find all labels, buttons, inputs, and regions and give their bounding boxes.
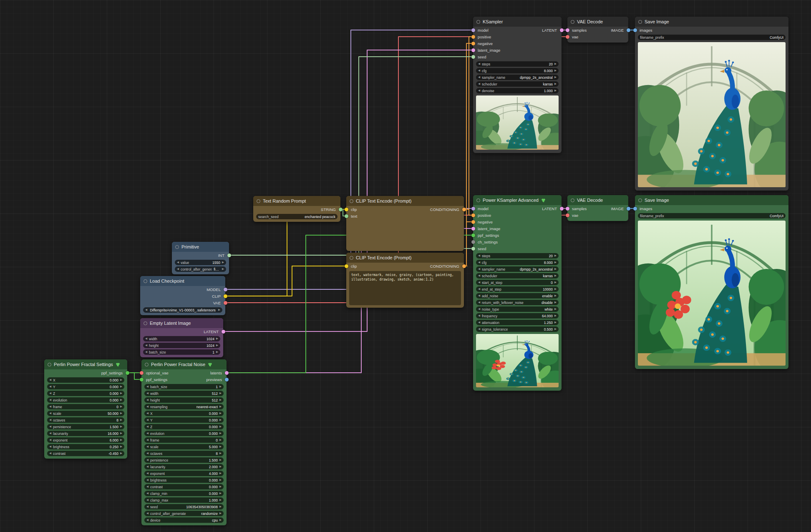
collapse-dot[interactable]: [571, 198, 574, 202]
increment-arrow[interactable]: ▶: [219, 492, 222, 495]
decrement-arrow[interactable]: ◀: [478, 254, 480, 257]
input-port-samples[interactable]: [566, 207, 569, 211]
collapse-dot[interactable]: [350, 199, 353, 203]
increment-arrow[interactable]: ▶: [219, 465, 222, 468]
widget-value[interactable]: 1: [212, 350, 214, 354]
widget-value[interactable]: karras: [543, 274, 553, 278]
widget-value[interactable]: randomize: [201, 512, 218, 516]
node-title-bar[interactable]: CLIP Text Encode (Prompt): [346, 253, 464, 263]
decrement-arrow[interactable]: ◀: [146, 412, 149, 415]
node-clip-encode-neg[interactable]: CLIP Text Encode (Prompt)clipCONDITIONIN…: [346, 253, 464, 308]
widget-evolution[interactable]: ◀evolution0.000▶: [144, 431, 224, 436]
widget-control-after-generate[interactable]: ◀control_after_generaterandomize▶: [144, 511, 224, 516]
decrement-arrow[interactable]: ◀: [49, 405, 51, 408]
widget-value[interactable]: 8.000: [544, 261, 553, 265]
widget-sampler-name[interactable]: ◀sampler_namedpmpp_2s_ancestral▶: [476, 75, 559, 80]
decrement-arrow[interactable]: ◀: [146, 499, 149, 502]
widget-denoise[interactable]: ◀denoise1.000▶: [476, 88, 559, 93]
widget-value[interactable]: 20: [549, 254, 553, 258]
widget-frequency[interactable]: ◀frequency64.000▶: [476, 313, 559, 319]
widget-value[interactable]: 0.500: [544, 327, 553, 331]
decrement-arrow[interactable]: ◀: [146, 445, 149, 448]
widget-value[interactable]: 1.250: [544, 321, 553, 325]
input-port-model[interactable]: [471, 207, 475, 211]
widget-steps[interactable]: ◀steps20▶: [476, 61, 559, 67]
increment-arrow[interactable]: ▶: [216, 337, 218, 340]
decrement-arrow[interactable]: ◀: [145, 344, 147, 347]
widget-filename-prefix[interactable]: filename_prefixComfyUI: [638, 213, 786, 218]
decrement-arrow[interactable]: ◀: [478, 63, 480, 65]
increment-arrow[interactable]: ▶: [120, 405, 122, 408]
widget-value[interactable]: 0.000: [209, 412, 218, 416]
increment-arrow[interactable]: ▶: [216, 344, 218, 347]
node-title-bar[interactable]: CLIP Text Encode (Prompt): [346, 196, 464, 206]
widget-value[interactable]: 0.000: [110, 385, 118, 389]
increment-arrow[interactable]: ▶: [120, 452, 122, 455]
widget-value[interactable]: 4.000: [209, 472, 218, 476]
widget-value[interactable]: karras: [543, 82, 553, 86]
increment-arrow[interactable]: ▶: [219, 505, 222, 508]
node-title-bar[interactable]: Perlin Power Fractal Settings: [44, 359, 127, 369]
decrement-arrow[interactable]: ◀: [478, 301, 480, 304]
increment-arrow[interactable]: ▶: [219, 479, 222, 482]
increment-arrow[interactable]: ▶: [219, 472, 222, 475]
input-port-ppf_settings[interactable]: [471, 233, 475, 237]
widget-value[interactable]: 1550: [212, 261, 220, 265]
decrement-arrow[interactable]: ◀: [49, 425, 51, 428]
node-save-image-1[interactable]: Save Imageimagesfilename_prefixComfyUI: [635, 17, 788, 191]
widget-value[interactable]: 0: [551, 281, 553, 285]
increment-arrow[interactable]: ▶: [554, 268, 557, 271]
widget-value[interactable]: 10000: [543, 287, 553, 291]
increment-arrow[interactable]: ▶: [219, 412, 222, 415]
input-port-latent_image[interactable]: [471, 48, 475, 52]
collapse-dot[interactable]: [638, 198, 642, 202]
decrement-arrow[interactable]: ◀: [478, 314, 480, 317]
collapse-dot[interactable]: [175, 245, 179, 249]
decrement-arrow[interactable]: ◀: [478, 268, 480, 271]
node-title-bar[interactable]: KSampler: [473, 17, 562, 27]
node-empty-latent[interactable]: Empty Latent ImageLATENT◀width1024▶◀heig…: [140, 318, 223, 357]
widget-cfg[interactable]: ◀cfg8.000▶: [476, 68, 559, 73]
widget-control-after-generate[interactable]: ◀control_after_generatefixed▶: [175, 266, 226, 272]
decrement-arrow[interactable]: ◀: [478, 328, 480, 331]
widget-value[interactable]: 20: [549, 62, 553, 66]
widget-value[interactable]: 0.000: [110, 398, 118, 402]
output-port-STRING[interactable]: [339, 208, 343, 211]
widget-cfg[interactable]: ◀cfg8.000▶: [476, 260, 559, 265]
decrement-arrow[interactable]: ◀: [146, 485, 149, 488]
widget-persistence[interactable]: ◀persistence1.500▶: [47, 424, 124, 429]
increment-arrow[interactable]: ▶: [554, 261, 557, 264]
widget-octaves[interactable]: ◀octaves8▶: [47, 417, 124, 423]
widget-value[interactable]: 1024: [207, 337, 214, 341]
increment-arrow[interactable]: ▶: [218, 309, 220, 311]
increment-arrow[interactable]: ▶: [219, 459, 222, 462]
widget-exponent[interactable]: ◀exponent6.000▶: [47, 437, 124, 443]
widget-value[interactable]: cpu: [212, 518, 218, 522]
widget-add-noise[interactable]: ◀add_noiseenable▶: [476, 293, 559, 299]
increment-arrow[interactable]: ▶: [219, 432, 222, 435]
decrement-arrow[interactable]: ◀: [146, 419, 149, 422]
decrement-arrow[interactable]: ◀: [145, 309, 147, 311]
increment-arrow[interactable]: ▶: [120, 385, 122, 388]
increment-arrow[interactable]: ▶: [554, 89, 557, 92]
widget-batch-size[interactable]: ◀batch_size1▶: [143, 349, 220, 355]
input-port-latent_image[interactable]: [471, 227, 475, 231]
widget-height[interactable]: ◀height1024▶: [143, 343, 220, 348]
widget-value[interactable]: -0.450: [108, 452, 118, 456]
widget-batch-size[interactable]: ◀batch_size1▶: [144, 384, 224, 389]
collapse-dot[interactable]: [571, 20, 574, 24]
collapse-dot[interactable]: [144, 279, 147, 283]
decrement-arrow[interactable]: ◀: [478, 274, 480, 277]
node-vae-decode-2[interactable]: VAE DecodesamplesIMAGEvae: [567, 195, 628, 221]
input-port-samples[interactable]: [566, 28, 569, 32]
decrement-arrow[interactable]: ◀: [49, 412, 51, 415]
input-port-model[interactable]: [471, 28, 475, 32]
output-port-latents[interactable]: [225, 371, 229, 375]
widget-Z[interactable]: ◀Z0.000▶: [47, 391, 124, 396]
widget-value[interactable]: 6.000: [110, 438, 118, 442]
widget-value[interactable]: 16.000: [108, 432, 118, 436]
widget-search-seed[interactable]: search_seedenchanted peacock: [256, 214, 337, 219]
decrement-arrow[interactable]: ◀: [145, 337, 147, 340]
widget-Z[interactable]: ◀Z0.000▶: [144, 424, 224, 429]
increment-arrow[interactable]: ▶: [219, 385, 222, 388]
